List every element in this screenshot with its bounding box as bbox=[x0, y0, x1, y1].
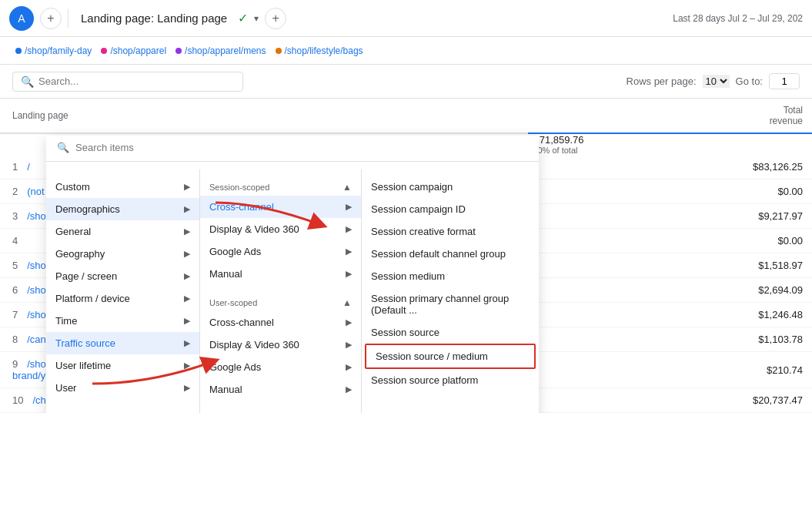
dd-item-google-ads-user[interactable]: Google Ads▶ bbox=[200, 356, 361, 378]
dd-item-cross-channel-user[interactable]: Cross-channel▶ bbox=[200, 311, 361, 334]
session-scoped-label: Session-scoped ▲ bbox=[200, 176, 361, 196]
dd-item-cross-channel-session[interactable]: Cross-channel▶ bbox=[200, 196, 361, 218]
dd-item-session-source[interactable]: Session source bbox=[362, 321, 539, 344]
chevron-icon: ▶ bbox=[346, 269, 352, 279]
cell-revenue: $0.00 bbox=[528, 229, 812, 253]
search-input[interactable] bbox=[38, 75, 235, 87]
dd-item-session-campaign-id[interactable]: Session campaign ID bbox=[362, 198, 539, 220]
dd-item-user-lifetime[interactable]: User lifetime▶ bbox=[46, 354, 199, 377]
dot-3 bbox=[175, 48, 182, 54]
dd-item-google-ads-session[interactable]: Google Ads▶ bbox=[200, 240, 361, 263]
chevron-icon: ▶ bbox=[184, 338, 190, 348]
col-header-revenue: Totalrevenue bbox=[528, 99, 812, 133]
date-range: Last 28 days Jul 2 – Jul 29, 202 bbox=[673, 13, 803, 24]
chevron-icon: ▶ bbox=[346, 340, 352, 350]
dot-4 bbox=[276, 48, 282, 54]
breadcrumb-tab-4[interactable]: /shop/lifestyle/bags bbox=[272, 44, 366, 58]
dd-item-display-video-session[interactable]: Display & Video 360▶ bbox=[200, 218, 361, 240]
dropdown-search-icon: 🔍 bbox=[57, 142, 69, 153]
dd-item-page-screen[interactable]: Page / screen▶ bbox=[46, 265, 199, 287]
dd-item-display-video-user[interactable]: Display & Video 360▶ bbox=[200, 334, 361, 356]
chevron-icon: ▶ bbox=[184, 249, 190, 259]
cell-revenue: $210.74 bbox=[528, 352, 812, 388]
goto-label: Go to: bbox=[736, 75, 763, 87]
chevron-icon: ▶ bbox=[346, 384, 352, 394]
controls-right: Rows per page: 10 25 50 Go to: bbox=[627, 73, 800, 89]
table-container: Landing page Totalrevenue $171,859.76 10… bbox=[0, 99, 812, 413]
cell-revenue: $0.00 bbox=[528, 179, 812, 204]
dropdown-col1: Custom▶ Demographics▶ General▶ Geography… bbox=[46, 169, 200, 413]
cell-revenue: $20,737.47 bbox=[528, 388, 812, 413]
breadcrumb-label-1: /shop/family-day bbox=[25, 45, 92, 56]
dd-item-session-default-channel[interactable]: Session default channel group bbox=[362, 243, 539, 265]
search-box[interactable]: 🔍 bbox=[12, 72, 243, 92]
breadcrumb-tab-3[interactable]: /shop/apparel/mens bbox=[172, 44, 269, 58]
rows-per-page-select[interactable]: 10 25 50 bbox=[703, 75, 730, 88]
breadcrumb-label-2: /shop/apparel bbox=[110, 45, 166, 56]
dd-item-user[interactable]: User▶ bbox=[46, 377, 199, 399]
dd-item-demographics[interactable]: Demographics▶ bbox=[46, 198, 199, 220]
cell-revenue: $1,518.97 bbox=[528, 253, 812, 278]
dot-2 bbox=[101, 48, 107, 54]
dd-item-session-source-platform[interactable]: Session source platform bbox=[362, 369, 539, 391]
dropdown-col3: Session campaign Session campaign ID Ses… bbox=[362, 169, 539, 413]
collapse-session-button[interactable]: ▲ bbox=[343, 182, 352, 193]
search-icon: 🔍 bbox=[21, 75, 34, 88]
dd-item-general[interactable]: General▶ bbox=[46, 220, 199, 243]
chevron-icon: ▶ bbox=[184, 182, 190, 192]
dd-item-session-campaign[interactable]: Session campaign bbox=[362, 176, 539, 198]
dd-item-custom[interactable]: Custom▶ bbox=[46, 176, 199, 198]
cell-revenue: $83,126.25 bbox=[528, 155, 812, 179]
dimension-dropdown: 🔍 Custom▶ Demographics▶ General▶ Geograp… bbox=[46, 136, 539, 413]
cell-revenue: $2,694.09 bbox=[528, 278, 812, 303]
chevron-icon: ▶ bbox=[184, 271, 190, 281]
chevron-icon: ▶ bbox=[184, 294, 190, 304]
chevron-icon: ▶ bbox=[346, 247, 352, 257]
table-header-row: Landing page Totalrevenue bbox=[0, 99, 812, 133]
rows-per-page-label: Rows per page: bbox=[627, 75, 697, 87]
dropdown-search-input[interactable] bbox=[75, 142, 229, 153]
total-revenue: $171,859.76 100% of total bbox=[528, 133, 812, 155]
dd-item-session-medium[interactable]: Session medium bbox=[362, 265, 539, 287]
controls-row: 🔍 Rows per page: 10 25 50 Go to: bbox=[0, 65, 812, 99]
dd-item-traffic-source[interactable]: Traffic source▶ bbox=[46, 332, 199, 354]
dd-item-session-primary-channel[interactable]: Session primary channel group (Default .… bbox=[362, 287, 539, 321]
chevron-icon: ▶ bbox=[346, 362, 352, 372]
dd-item-session-creative-format[interactable]: Session creative format bbox=[362, 220, 539, 243]
breadcrumb-tab-1[interactable]: /shop/family-day bbox=[12, 44, 95, 58]
breadcrumb-tab-2[interactable]: /shop/apparel bbox=[98, 44, 169, 58]
dd-item-manual-user[interactable]: Manual▶ bbox=[200, 378, 361, 401]
dd-item-manual-session[interactable]: Manual▶ bbox=[200, 263, 361, 285]
add-page-button[interactable]: + bbox=[265, 8, 286, 29]
cell-revenue: $1,103.78 bbox=[528, 327, 812, 352]
dd-item-session-source-medium[interactable]: Session source / medium bbox=[365, 344, 536, 369]
breadcrumb-label-4: /shop/lifestyle/bags bbox=[285, 45, 363, 56]
add-report-button[interactable]: + bbox=[40, 8, 62, 29]
chevron-icon: ▶ bbox=[346, 202, 352, 212]
collapse-user-button[interactable]: ▲ bbox=[343, 297, 352, 308]
chevron-icon: ▶ bbox=[184, 204, 190, 214]
chevron-icon: ▶ bbox=[346, 224, 352, 234]
chevron-icon: ▶ bbox=[184, 226, 190, 236]
dropdown-search-row: 🔍 bbox=[46, 136, 539, 162]
dd-item-time[interactable]: Time▶ bbox=[46, 310, 199, 332]
chevron-icon: ▶ bbox=[184, 361, 190, 371]
chevron-icon: ▶ bbox=[184, 383, 190, 393]
check-icon: ✓ bbox=[238, 11, 248, 25]
topbar: A + Landing page: Landing page ✓ ▾ + Las… bbox=[0, 0, 812, 37]
chevron-icon: ▶ bbox=[346, 317, 352, 327]
breadcrumb-tabs: /shop/family-day /shop/apparel /shop/app… bbox=[0, 37, 812, 65]
chevron-icon: ▶ bbox=[184, 316, 190, 326]
col-header-landing-page: Landing page bbox=[0, 99, 528, 133]
dd-item-geography[interactable]: Geography▶ bbox=[46, 243, 199, 265]
page-title: Landing page: Landing page bbox=[81, 12, 227, 25]
user-scoped-label: User-scoped ▲ bbox=[200, 291, 361, 311]
goto-input[interactable] bbox=[769, 73, 800, 89]
dot-1 bbox=[15, 48, 22, 54]
page-dropdown-button[interactable]: ▾ bbox=[254, 13, 259, 24]
avatar: A bbox=[9, 6, 34, 31]
breadcrumb-label-3: /shop/apparel/mens bbox=[185, 45, 266, 56]
dropdown-col2: Session-scoped ▲ Cross-channel▶ Display … bbox=[200, 169, 362, 413]
cell-revenue: $1,246.48 bbox=[528, 303, 812, 327]
dd-item-platform-device[interactable]: Platform / device▶ bbox=[46, 287, 199, 310]
